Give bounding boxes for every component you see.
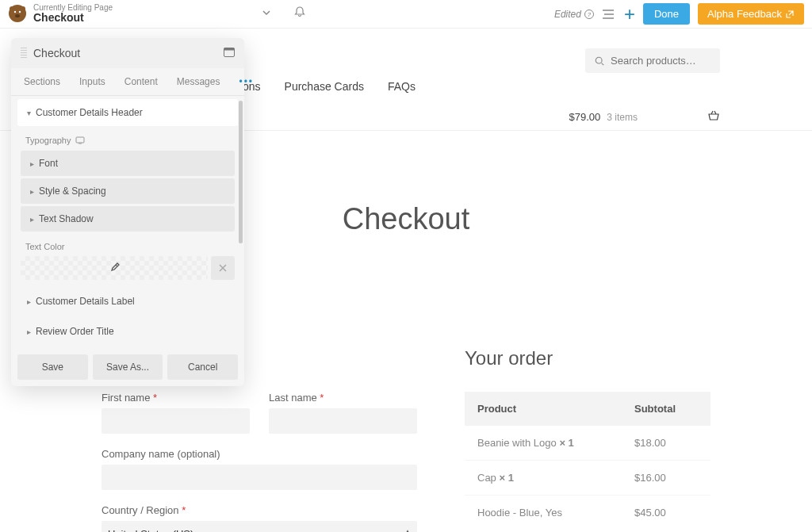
svg-point-2 [19,11,21,13]
order-price: $16.00 [634,472,698,484]
done-button[interactable]: Done [643,3,690,25]
order-product: Hoodie - Blue, Yes [477,507,634,519]
save-button[interactable]: Save [17,354,88,380]
feedback-button[interactable]: Alpha Feedback [698,3,804,25]
product-header: Product [477,403,634,415]
svg-text:?: ? [588,11,592,18]
row-text-shadow[interactable]: ▸ Text Shadow [21,206,235,232]
last-name-label: Last name * [269,392,417,404]
required-mark: * [153,392,157,404]
topbar-right: Edited ? + Done Alpha Feedback [554,3,804,25]
order-row: Cap × 1 $16.00 [465,461,710,496]
last-name-input[interactable] [269,408,417,434]
search-icon [595,55,604,67]
form-row: Country / Region * United States (US) ▲▼ [102,504,417,532]
tab-content[interactable]: Content [115,68,167,95]
subtotal-header: Subtotal [634,403,698,415]
cart-summary[interactable]: $79.00 3 items [569,109,720,124]
order-price: $45.00 [634,507,698,519]
svg-rect-14 [76,137,84,143]
chevron-right-icon: ▸ [30,159,34,168]
chevron-down-icon: ▾ [27,109,31,117]
section-review-order-title[interactable]: ▸ Review Order Title [17,318,238,345]
help-icon[interactable]: ? [584,10,594,19]
feedback-label: Alpha Feedback [707,8,782,20]
country-select[interactable]: United States (US) ▲▼ [102,521,417,532]
cancel-button[interactable]: Cancel [167,354,238,380]
section-customer-details-label[interactable]: ▸ Customer Details Label [17,288,238,315]
clear-color-button[interactable] [211,256,235,280]
scrollbar[interactable] [239,101,243,243]
tab-more[interactable]: ••• [229,68,265,95]
color-row [21,256,235,280]
svg-point-9 [604,13,606,15]
svg-point-4 [10,6,14,11]
first-name-label: First name * [102,392,250,404]
nav-item[interactable]: FAQs [388,80,416,93]
tab-sections[interactable]: Sections [14,68,70,95]
store-nav: ons Purchase Cards FAQs [243,80,416,93]
form-row: Company name (optional) [102,448,417,490]
tab-messages[interactable]: Messages [167,68,230,95]
color-picker[interactable] [21,256,208,280]
svg-point-11 [596,57,602,63]
editing-block: Currently Editing Page Checkout [33,3,113,24]
drag-handle-icon[interactable] [21,48,27,59]
required-mark: * [182,504,186,516]
panel-tabs: Sections Inputs Content Messages ••• [11,68,244,96]
add-button[interactable]: + [624,5,635,24]
row-style-spacing[interactable]: ▸ Style & Spacing [21,178,235,204]
chevron-right-icon: ▸ [30,187,34,196]
order-heading: Your order [465,347,710,369]
first-name-input[interactable] [102,408,250,434]
form-row: First name * Last name * [102,392,417,434]
chevron-right-icon: ▸ [30,215,34,224]
search-input[interactable] [611,55,710,67]
panel-title: Checkout [33,47,224,59]
panel-footer: Save Save As... Cancel [11,348,244,386]
eyedropper-icon [109,262,120,274]
close-icon [219,264,227,272]
svg-point-8 [603,10,604,11]
save-as-button[interactable]: Save As... [93,354,163,380]
company-input[interactable] [102,465,417,490]
editing-title: Checkout [33,12,113,24]
external-link-icon [785,10,795,19]
chevron-down-icon[interactable] [262,6,271,21]
svg-rect-13 [224,48,235,51]
settings-panel: Checkout Sections Inputs Content Message… [11,38,244,386]
topbar-left: Currently Editing Page Checkout [8,3,306,24]
device-icon[interactable] [75,136,85,144]
cart-price: $79.00 [569,111,601,123]
chevron-right-icon: ▸ [27,327,31,336]
country-label: Country / Region * [102,504,417,516]
tab-inputs[interactable]: Inputs [70,68,115,95]
panel-body: ▾ Customer Details Header Typography ▸ F… [11,99,244,345]
search-box[interactable] [585,48,720,73]
row-font[interactable]: ▸ Font [21,151,235,176]
required-mark: * [320,392,324,404]
row-label: Style & Spacing [39,186,106,197]
typography-label: Typography [14,129,241,148]
outline-icon[interactable] [602,7,616,21]
logo [8,4,27,23]
panel-header[interactable]: Checkout [11,38,244,68]
bell-icon[interactable] [293,6,306,21]
svg-point-1 [14,11,16,13]
basket-icon[interactable] [707,109,720,124]
section-customer-details-header[interactable]: ▾ Customer Details Header [17,99,238,126]
section-label: Review Order Title [36,326,114,337]
last-name-group: Last name * [269,392,417,434]
order-row: Hoodie - Blue, Yes $45.00 [465,496,710,522]
window-icon[interactable] [224,46,235,60]
svg-point-5 [21,6,25,11]
cart-items: 3 items [607,112,638,123]
edited-label: Edited [554,9,581,20]
svg-point-3 [15,14,20,17]
country-group: Country / Region * United States (US) ▲▼ [102,504,417,532]
order-column: Your order Product Subtotal Beanie with … [465,347,710,532]
company-label: Company name (optional) [102,448,417,460]
nav-item[interactable]: Purchase Cards [285,80,364,93]
edited-indicator: Edited ? [554,9,594,20]
order-row: Beanie with Logo × 1 $18.00 [465,426,710,461]
